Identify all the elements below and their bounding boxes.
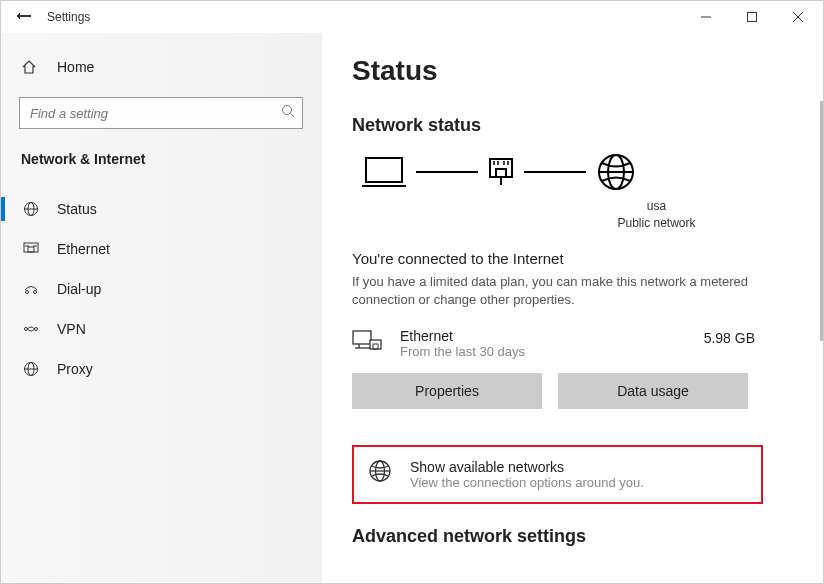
data-usage-button[interactable]: Data usage bbox=[558, 373, 748, 409]
adapter-label: usa bbox=[490, 198, 823, 215]
connection-line bbox=[524, 171, 586, 173]
network-status-title: Network status bbox=[352, 115, 823, 136]
main-content: Status Network status usa Public network… bbox=[322, 33, 823, 584]
globe-icon bbox=[596, 152, 636, 192]
sidebar-item-label: Proxy bbox=[57, 361, 93, 377]
ethernet-adapter-icon bbox=[352, 328, 388, 354]
connected-description: If you have a limited data plan, you can… bbox=[352, 273, 772, 311]
home-icon bbox=[21, 59, 41, 75]
diagram-labels: usa Public network bbox=[490, 198, 823, 232]
connection-period: From the last 30 days bbox=[400, 344, 525, 359]
sidebar: Home Network & Internet Status Ethernet … bbox=[1, 33, 322, 584]
properties-button[interactable]: Properties bbox=[352, 373, 542, 409]
connected-heading: You're connected to the Internet bbox=[352, 250, 823, 267]
svg-rect-34 bbox=[353, 331, 371, 344]
sidebar-home-label: Home bbox=[57, 59, 94, 75]
svg-point-4 bbox=[283, 106, 292, 115]
svg-rect-22 bbox=[366, 158, 402, 182]
connection-usage: 5.98 GB bbox=[704, 328, 823, 346]
svg-point-16 bbox=[34, 291, 37, 294]
show-networks-subtitle: View the connection options around you. bbox=[410, 475, 644, 490]
svg-rect-1 bbox=[748, 13, 757, 22]
search-container bbox=[19, 97, 303, 129]
ethernet-icon bbox=[21, 241, 41, 257]
button-row: Properties Data usage bbox=[352, 373, 823, 409]
window-title: Settings bbox=[47, 10, 90, 24]
sidebar-category: Network & Internet bbox=[1, 151, 321, 167]
globe-icon bbox=[21, 361, 41, 377]
page-title: Status bbox=[352, 55, 823, 87]
sidebar-item-label: VPN bbox=[57, 321, 86, 337]
window-controls bbox=[683, 1, 821, 33]
connection-name: Ethernet bbox=[400, 328, 525, 344]
svg-line-5 bbox=[291, 114, 295, 118]
sidebar-home[interactable]: Home bbox=[1, 51, 321, 83]
sidebar-item-proxy[interactable]: Proxy bbox=[1, 349, 321, 389]
svg-point-18 bbox=[35, 328, 38, 331]
show-networks-title: Show available networks bbox=[410, 459, 644, 475]
minimize-button[interactable] bbox=[683, 1, 729, 33]
network-diagram bbox=[352, 152, 823, 192]
search-icon bbox=[281, 104, 295, 118]
back-button[interactable]: 🠔 bbox=[3, 8, 45, 26]
adapter-icon bbox=[488, 157, 514, 187]
dialup-icon bbox=[21, 281, 41, 297]
connection-row: Ethernet From the last 30 days 5.98 GB bbox=[352, 328, 823, 359]
search-input[interactable] bbox=[19, 97, 303, 129]
connection-line bbox=[416, 171, 478, 173]
computer-icon bbox=[362, 155, 406, 189]
sidebar-item-status[interactable]: Status bbox=[1, 189, 321, 229]
show-available-networks[interactable]: Show available networks View the connect… bbox=[352, 445, 763, 504]
sidebar-item-label: Dial-up bbox=[57, 281, 101, 297]
network-type-label: Public network bbox=[490, 215, 823, 232]
maximize-button[interactable] bbox=[729, 1, 775, 33]
advanced-settings-title: Advanced network settings bbox=[352, 526, 823, 547]
svg-rect-10 bbox=[28, 247, 34, 252]
vpn-icon bbox=[21, 321, 41, 337]
titlebar: 🠔 Settings bbox=[1, 1, 823, 33]
svg-point-15 bbox=[26, 291, 29, 294]
sidebar-item-dialup[interactable]: Dial-up bbox=[1, 269, 321, 309]
scrollbar[interactable] bbox=[820, 101, 823, 341]
sidebar-item-ethernet[interactable]: Ethernet bbox=[1, 229, 321, 269]
close-button[interactable] bbox=[775, 1, 821, 33]
sidebar-item-label: Status bbox=[57, 201, 97, 217]
globe-icon bbox=[368, 459, 396, 483]
svg-point-17 bbox=[25, 328, 28, 331]
sidebar-item-vpn[interactable]: VPN bbox=[1, 309, 321, 349]
globe-icon bbox=[21, 201, 41, 217]
svg-rect-25 bbox=[496, 169, 506, 177]
sidebar-item-label: Ethernet bbox=[57, 241, 110, 257]
